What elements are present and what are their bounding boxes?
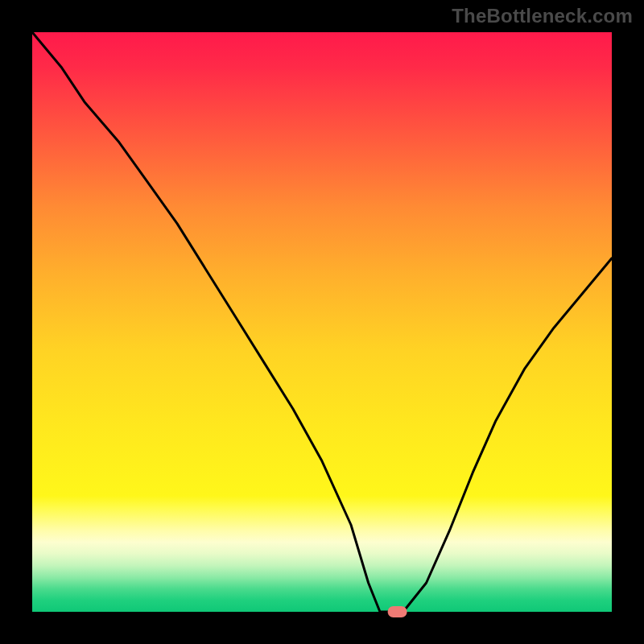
- plot-area: [32, 32, 612, 612]
- bottleneck-chart: TheBottleneck.com: [0, 0, 644, 644]
- optimal-point-marker: [388, 606, 407, 617]
- watermark-label: TheBottleneck.com: [452, 5, 633, 27]
- chart-canvas: [0, 0, 644, 644]
